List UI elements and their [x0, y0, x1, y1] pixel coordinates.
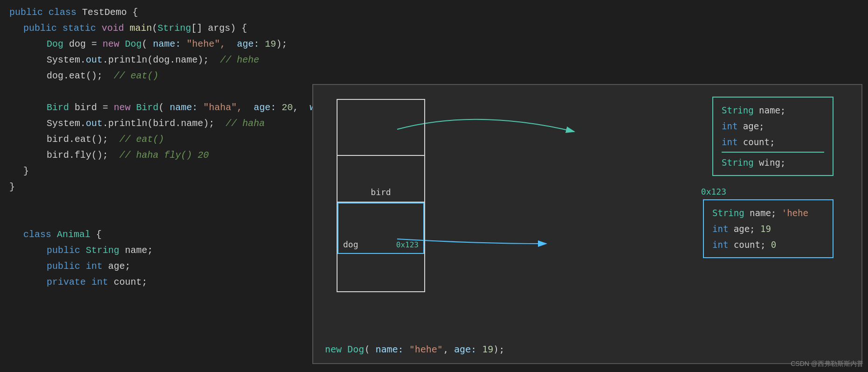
- green-line-1: String name;: [722, 102, 824, 118]
- diagram-panel: bird dog 0x123 String name; int age; int…: [312, 84, 862, 364]
- bird-label: bird: [371, 187, 391, 197]
- green-box-animal: String name; int age; int count; String …: [712, 97, 834, 176]
- hex-label: 0x123: [701, 187, 726, 197]
- code-line-5: dog.eat(); // eat(): [0, 68, 868, 84]
- stack-area: bird dog 0x123: [337, 99, 425, 292]
- method-main: main: [130, 21, 152, 36]
- blue-line-1: String name; 'hehe: [712, 205, 824, 221]
- blue-line-3: int count; 0: [712, 237, 824, 253]
- type-string: String: [158, 21, 191, 36]
- stack-frame: bird dog 0x123: [337, 99, 425, 292]
- kw-public2: public: [23, 21, 62, 36]
- green-separator: [722, 152, 824, 153]
- stack-empty-bottom: [338, 254, 424, 291]
- kw-static: static: [62, 21, 102, 36]
- keyword-class: class: [48, 5, 82, 21]
- watermark: CSDN @西弗勒斯斯内普: [791, 360, 863, 368]
- code-line-3: Dog dog = new Dog( name: "hehe", age: 19…: [0, 36, 868, 52]
- blue-line-2: int age; 19: [712, 221, 824, 237]
- keyword-public: public: [9, 5, 48, 21]
- class-name: TestDemo {: [82, 5, 138, 21]
- type-dog: Dog: [47, 36, 63, 52]
- green-line-4: String wing;: [722, 154, 824, 170]
- code-line-4: System.out.println(dog.name); // hehe: [0, 52, 868, 68]
- kw-void: void: [102, 21, 130, 36]
- dog-hex: 0x123: [396, 240, 419, 249]
- blue-box-dog: String name; 'hehe int age; 19 int count…: [703, 199, 834, 258]
- kw-new: new: [103, 36, 125, 52]
- green-line-2: int age;: [722, 118, 824, 134]
- code-line-2: public static void main(String[] args) {: [0, 21, 868, 36]
- code-line-1: public class TestDemo {: [0, 5, 868, 21]
- stack-empty-top: [338, 100, 424, 156]
- green-line-3: int count;: [722, 134, 824, 150]
- dog-label: dog: [343, 239, 358, 249]
- stack-bird-cell: bird: [338, 156, 424, 203]
- new-dog-line: new Dog( name: "hehe", age: 19);: [325, 344, 504, 355]
- stack-dog-cell: dog 0x123: [338, 203, 424, 254]
